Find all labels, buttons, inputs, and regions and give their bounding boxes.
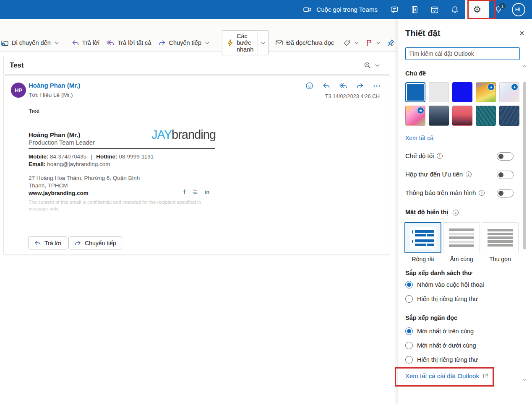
confidentiality-disclaimer: The content of this email is confidentia… <box>29 199 213 212</box>
theme-swatch-rainbow[interactable]: ★ <box>476 82 496 102</box>
email-reading-pane: HP Hoàng Phan (Mr.) Tới: Hiếu Lê (Mr.) <box>3 75 390 255</box>
read-unread-button[interactable]: Đã đọc/Chưa đọc <box>272 37 337 49</box>
chevron-down-icon <box>376 42 381 44</box>
density-cozy-label: Ấm cúng <box>443 256 480 262</box>
account-avatar-button[interactable]: HL <box>508 0 529 19</box>
signature-email-line: Email: hoang@jaybranding.com <box>29 161 110 167</box>
density-option-roomy[interactable] <box>404 222 441 253</box>
categorize-button[interactable] <box>340 36 362 49</box>
theme-swatch-palms[interactable] <box>452 106 472 126</box>
density-roomy-label: Rộng rãi <box>404 256 441 262</box>
youtube-icon[interactable]: You Tube <box>193 190 198 194</box>
signature-address-line1: 27 Hoàng Hoa Thám, Phường 6, Quận Bình <box>29 175 140 181</box>
emoji-reaction-icon[interactable] <box>305 82 313 90</box>
scroll-up-icon[interactable] <box>523 65 527 68</box>
theme-swatch-circuit[interactable] <box>476 106 496 126</box>
teams-call-button[interactable]: Cuộc gọi trong Teams <box>296 0 384 19</box>
teams-call-label: Cuộc gọi trong Teams <box>316 6 378 13</box>
quick-steps-dropdown[interactable] <box>258 31 268 55</box>
reply-icon[interactable] <box>322 83 330 89</box>
scroll-thumb[interactable] <box>523 82 526 249</box>
notebook-button[interactable] <box>404 0 425 19</box>
radio-individual-messages[interactable]: Hiển thị riêng từng thư <box>405 295 478 303</box>
toolbar-overflow-chevron[interactable] <box>389 43 394 47</box>
forward-label: Chuyển tiếp <box>169 39 201 46</box>
lightning-icon <box>227 39 234 47</box>
facebook-icon[interactable]: f <box>183 188 185 195</box>
reply-button[interactable]: Trả lời <box>68 37 103 49</box>
forward-icon[interactable] <box>356 83 364 89</box>
mobile-value: 84-374070435 <box>50 153 86 160</box>
view-all-settings-link[interactable]: Xem tất cả cài đặt Outlook <box>405 372 488 379</box>
sender-avatar[interactable]: HP <box>11 83 26 98</box>
reply-all-button[interactable]: Trả lời tất cả <box>103 37 155 49</box>
hotline-label: Hotline: <box>96 153 117 160</box>
subject-bar: Test <box>3 56 390 75</box>
density-label-text: Mật độ hiển thị <box>405 209 448 215</box>
signature-website-link[interactable]: www.jaybranding.com <box>29 190 89 196</box>
zoom-in-icon[interactable] <box>363 61 372 70</box>
dark-mode-toggle[interactable] <box>497 152 514 161</box>
theme-swatch-mountain[interactable] <box>429 106 449 126</box>
radio-group-conversations[interactable]: Nhóm vào cuộc hội thoại <box>405 281 484 288</box>
theme-swatch-bright-blue[interactable] <box>452 82 472 102</box>
forward-arrow-icon <box>158 39 166 47</box>
theme-swatch-unicorn[interactable]: ★ <box>405 106 425 126</box>
reply-label: Trả lời <box>82 39 99 46</box>
radio-newest-on-bottom[interactable]: Mới nhất ở dưới cùng <box>405 342 476 349</box>
read-unread-label: Đã đọc/Chưa đọc <box>286 39 334 46</box>
radio-show-each-separately[interactable]: Hiển thị riêng từng thư <box>405 356 478 363</box>
more-actions-icon[interactable] <box>373 85 381 87</box>
quick-steps-button[interactable]: Các bước nhanh <box>222 31 258 55</box>
forward-arrow-icon <box>74 240 81 246</box>
theme-swatch-blue-selected[interactable] <box>405 82 425 102</box>
forward-button[interactable]: Chuyển tiếp <box>155 37 213 49</box>
desktop-notifications-toggle[interactable] <box>497 189 514 197</box>
linkedin-icon[interactable]: in <box>205 189 210 195</box>
message-list-section-label: Sắp xếp danh sách thư <box>405 270 472 276</box>
sender-name[interactable]: Hoàng Phan (Mr.) <box>29 82 80 89</box>
density-option-cozy[interactable] <box>443 222 480 253</box>
footer-forward-button[interactable]: Chuyển tiếp <box>68 236 122 249</box>
recipient-line: Tới: Hiếu Lê (Mr.) <box>29 92 73 98</box>
footer-reply-button[interactable]: Trả lời <box>28 236 67 249</box>
notebook-icon <box>410 5 419 14</box>
chevron-down-icon[interactable] <box>375 64 380 67</box>
close-icon[interactable]: ✕ <box>519 29 524 37</box>
density-cozy-preview <box>449 228 474 247</box>
theme-swatch-pastel-swirl[interactable]: ★ <box>499 82 519 102</box>
notifications-button[interactable] <box>445 0 465 19</box>
whats-new-button[interactable]: 1 <box>489 0 508 19</box>
themes-see-all-link[interactable]: Xem tất cả <box>405 135 433 141</box>
flag-button[interactable] <box>362 36 384 49</box>
email-body-text: Test <box>29 108 40 114</box>
focused-inbox-toggle[interactable] <box>497 171 514 179</box>
radio-unselected-icon <box>405 295 413 303</box>
radio-newest-on-top[interactable]: Mới nhất ở trên cùng <box>405 327 474 335</box>
chevron-down-icon <box>355 42 359 44</box>
density-section-label: Mật độ hiển thị i <box>405 209 459 215</box>
settings-gear-button[interactable]: ⚙ <box>465 0 489 19</box>
calendar-check-button[interactable] <box>425 0 445 19</box>
pin-button[interactable] <box>384 36 398 49</box>
signature-name: Hoàng Phan (Mr.) <box>29 131 80 138</box>
info-icon[interactable]: i <box>479 190 485 196</box>
star-badge-icon: ★ <box>511 83 518 91</box>
info-icon[interactable]: i <box>437 153 443 159</box>
panel-scrollbar[interactable] <box>523 65 527 384</box>
settings-panel: Thiết đặt ✕ Chủ đề ★ ★ ★ Xem tất cả Chế … <box>398 19 532 405</box>
chat-button[interactable] <box>384 0 404 19</box>
theme-swatch-elevation[interactable] <box>499 106 519 126</box>
theme-swatch-light-gray[interactable] <box>429 82 449 102</box>
info-icon[interactable]: i <box>466 171 472 177</box>
social-icons: f You Tube in <box>183 188 209 195</box>
open-external-icon <box>482 373 488 379</box>
move-to-button[interactable]: Di chuyển đến <box>0 36 62 49</box>
signature-role: Production Team Leader <box>29 139 95 146</box>
scroll-down-icon[interactable] <box>523 379 527 381</box>
radio-label: Nhóm vào cuộc hội thoại <box>417 281 484 288</box>
info-icon[interactable]: i <box>453 210 459 215</box>
reply-all-icon[interactable] <box>339 83 347 89</box>
density-option-compact[interactable] <box>482 222 519 253</box>
settings-search-input[interactable] <box>405 47 520 60</box>
